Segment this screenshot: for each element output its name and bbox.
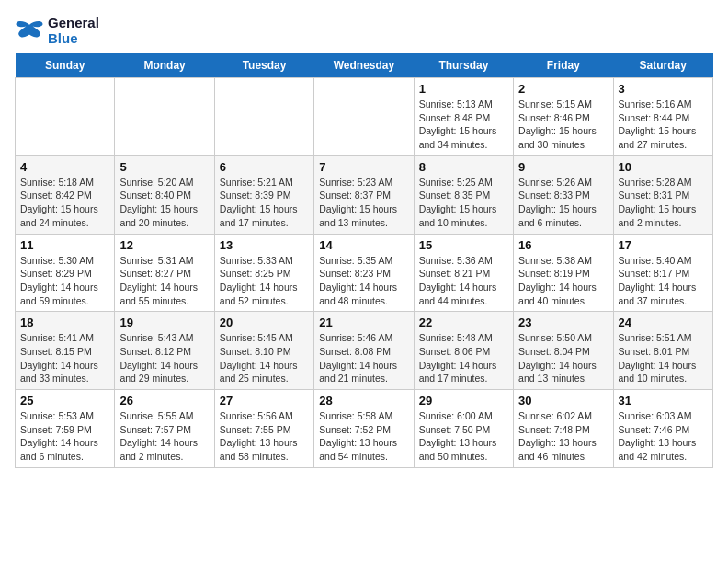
cell-date-number: 24 xyxy=(619,316,708,329)
cell-date-number: 4 xyxy=(20,160,109,174)
calendar-cell: 29Sunrise: 6:00 AMSunset: 7:50 PMDayligh… xyxy=(414,390,513,468)
calendar-cell: 13Sunrise: 5:33 AMSunset: 8:25 PMDayligh… xyxy=(214,234,313,312)
calendar-cell xyxy=(214,78,313,156)
cell-date-number: 12 xyxy=(119,238,209,252)
calendar-week-4: 18Sunrise: 5:41 AMSunset: 8:15 PMDayligh… xyxy=(16,312,713,390)
cell-daylight-info: Sunrise: 5:16 AMSunset: 8:44 PMDaylight:… xyxy=(619,98,708,152)
cell-date-number: 29 xyxy=(419,394,508,408)
day-header-sunday: Sunday xyxy=(16,53,115,78)
calendar-cell xyxy=(314,78,414,156)
calendar-cell: 5Sunrise: 5:20 AMSunset: 8:40 PMDaylight… xyxy=(115,155,214,234)
cell-daylight-info: Sunrise: 6:00 AMSunset: 7:50 PMDaylight:… xyxy=(419,409,508,464)
calendar-table: SundayMondayTuesdayWednesdayThursdayFrid… xyxy=(15,53,713,468)
calendar-cell: 28Sunrise: 5:58 AMSunset: 7:52 PMDayligh… xyxy=(314,390,414,468)
cell-daylight-info: Sunrise: 5:53 AMSunset: 7:59 PMDaylight:… xyxy=(20,409,109,464)
calendar-cell: 12Sunrise: 5:31 AMSunset: 8:27 PMDayligh… xyxy=(115,234,214,312)
cell-daylight-info: Sunrise: 5:23 AMSunset: 8:37 PMDaylight:… xyxy=(319,176,408,230)
cell-date-number: 30 xyxy=(518,394,608,408)
calendar-cell: 17Sunrise: 5:40 AMSunset: 8:17 PMDayligh… xyxy=(613,234,712,312)
cell-daylight-info: Sunrise: 6:03 AMSunset: 7:46 PMDaylight:… xyxy=(619,409,708,464)
calendar-cell: 26Sunrise: 5:55 AMSunset: 7:57 PMDayligh… xyxy=(115,390,214,468)
cell-date-number: 9 xyxy=(518,160,608,174)
cell-date-number: 22 xyxy=(419,316,508,329)
calendar-cell: 4Sunrise: 5:18 AMSunset: 8:42 PMDaylight… xyxy=(16,155,115,234)
cell-daylight-info: Sunrise: 5:13 AMSunset: 8:48 PMDaylight:… xyxy=(419,98,508,152)
cell-date-number: 21 xyxy=(319,316,408,329)
cell-date-number: 3 xyxy=(619,82,708,96)
cell-daylight-info: Sunrise: 5:51 AMSunset: 8:01 PMDaylight:… xyxy=(619,331,708,385)
calendar-cell: 9Sunrise: 5:26 AMSunset: 8:33 PMDaylight… xyxy=(514,155,613,234)
calendar-cell: 23Sunrise: 5:50 AMSunset: 8:04 PMDayligh… xyxy=(514,312,613,390)
cell-daylight-info: Sunrise: 5:28 AMSunset: 8:31 PMDaylight:… xyxy=(619,176,708,230)
cell-date-number: 28 xyxy=(319,394,408,408)
calendar-cell: 11Sunrise: 5:30 AMSunset: 8:29 PMDayligh… xyxy=(16,234,115,312)
cell-daylight-info: Sunrise: 5:50 AMSunset: 8:04 PMDaylight:… xyxy=(518,331,608,385)
calendar-cell: 31Sunrise: 6:03 AMSunset: 7:46 PMDayligh… xyxy=(613,390,712,468)
calendar-cell xyxy=(115,78,214,156)
calendar-cell: 20Sunrise: 5:45 AMSunset: 8:10 PMDayligh… xyxy=(214,312,313,390)
cell-date-number: 14 xyxy=(319,238,408,252)
page-header: General Blue xyxy=(15,15,713,46)
day-header-tuesday: Tuesday xyxy=(214,53,313,78)
calendar-cell: 18Sunrise: 5:41 AMSunset: 8:15 PMDayligh… xyxy=(16,312,115,390)
cell-date-number: 8 xyxy=(419,160,508,174)
day-header-monday: Monday xyxy=(115,53,214,78)
day-header-wednesday: Wednesday xyxy=(314,53,414,78)
cell-daylight-info: Sunrise: 5:25 AMSunset: 8:35 PMDaylight:… xyxy=(419,176,508,230)
calendar-cell: 1Sunrise: 5:13 AMSunset: 8:48 PMDaylight… xyxy=(414,78,513,156)
cell-daylight-info: Sunrise: 5:40 AMSunset: 8:17 PMDaylight:… xyxy=(619,254,708,308)
cell-date-number: 10 xyxy=(619,160,708,174)
cell-date-number: 11 xyxy=(20,238,109,252)
cell-daylight-info: Sunrise: 5:26 AMSunset: 8:33 PMDaylight:… xyxy=(518,176,608,230)
calendar-cell: 15Sunrise: 5:36 AMSunset: 8:21 PMDayligh… xyxy=(414,234,513,312)
cell-daylight-info: Sunrise: 5:38 AMSunset: 8:19 PMDaylight:… xyxy=(518,254,608,308)
cell-daylight-info: Sunrise: 5:46 AMSunset: 8:08 PMDaylight:… xyxy=(319,331,408,385)
cell-daylight-info: Sunrise: 5:31 AMSunset: 8:27 PMDaylight:… xyxy=(119,254,209,308)
cell-daylight-info: Sunrise: 5:43 AMSunset: 8:12 PMDaylight:… xyxy=(119,331,209,385)
calendar-cell: 6Sunrise: 5:21 AMSunset: 8:39 PMDaylight… xyxy=(214,155,313,234)
logo-text: General Blue xyxy=(48,15,99,46)
cell-date-number: 19 xyxy=(119,316,209,329)
cell-daylight-info: Sunrise: 5:30 AMSunset: 8:29 PMDaylight:… xyxy=(20,254,109,308)
cell-daylight-info: Sunrise: 5:48 AMSunset: 8:06 PMDaylight:… xyxy=(419,331,508,385)
calendar-cell: 21Sunrise: 5:46 AMSunset: 8:08 PMDayligh… xyxy=(314,312,414,390)
calendar-cell: 3Sunrise: 5:16 AMSunset: 8:44 PMDaylight… xyxy=(613,78,712,156)
cell-daylight-info: Sunrise: 5:55 AMSunset: 7:57 PMDaylight:… xyxy=(119,409,209,464)
cell-date-number: 27 xyxy=(220,394,309,408)
cell-daylight-info: Sunrise: 5:56 AMSunset: 7:55 PMDaylight:… xyxy=(220,409,309,464)
cell-date-number: 31 xyxy=(619,394,708,408)
cell-date-number: 18 xyxy=(20,316,109,329)
calendar-header-row: SundayMondayTuesdayWednesdayThursdayFrid… xyxy=(16,53,713,78)
calendar-cell: 27Sunrise: 5:56 AMSunset: 7:55 PMDayligh… xyxy=(214,390,313,468)
cell-date-number: 23 xyxy=(518,316,608,329)
logo: General Blue xyxy=(15,15,99,46)
cell-daylight-info: Sunrise: 5:35 AMSunset: 8:23 PMDaylight:… xyxy=(319,254,408,308)
cell-daylight-info: Sunrise: 5:15 AMSunset: 8:46 PMDaylight:… xyxy=(518,98,608,152)
cell-date-number: 6 xyxy=(220,160,309,174)
calendar-cell: 8Sunrise: 5:25 AMSunset: 8:35 PMDaylight… xyxy=(414,155,513,234)
day-header-friday: Friday xyxy=(514,53,613,78)
cell-date-number: 1 xyxy=(419,82,508,96)
cell-daylight-info: Sunrise: 5:58 AMSunset: 7:52 PMDaylight:… xyxy=(319,409,408,464)
cell-date-number: 5 xyxy=(119,160,209,174)
cell-date-number: 20 xyxy=(220,316,309,329)
cell-daylight-info: Sunrise: 5:41 AMSunset: 8:15 PMDaylight:… xyxy=(20,331,109,385)
logo-icon xyxy=(15,17,44,43)
calendar-cell: 19Sunrise: 5:43 AMSunset: 8:12 PMDayligh… xyxy=(115,312,214,390)
calendar-cell: 22Sunrise: 5:48 AMSunset: 8:06 PMDayligh… xyxy=(414,312,513,390)
cell-daylight-info: Sunrise: 5:21 AMSunset: 8:39 PMDaylight:… xyxy=(220,176,309,230)
calendar-cell xyxy=(16,78,115,156)
cell-date-number: 16 xyxy=(518,238,608,252)
day-header-thursday: Thursday xyxy=(414,53,513,78)
cell-date-number: 7 xyxy=(319,160,408,174)
cell-date-number: 25 xyxy=(20,394,109,408)
cell-date-number: 15 xyxy=(419,238,508,252)
cell-daylight-info: Sunrise: 5:33 AMSunset: 8:25 PMDaylight:… xyxy=(220,254,309,308)
calendar-week-2: 4Sunrise: 5:18 AMSunset: 8:42 PMDaylight… xyxy=(16,155,713,234)
day-header-saturday: Saturday xyxy=(613,53,712,78)
cell-daylight-info: Sunrise: 6:02 AMSunset: 7:48 PMDaylight:… xyxy=(518,409,608,464)
cell-daylight-info: Sunrise: 5:36 AMSunset: 8:21 PMDaylight:… xyxy=(419,254,508,308)
cell-daylight-info: Sunrise: 5:45 AMSunset: 8:10 PMDaylight:… xyxy=(220,331,309,385)
cell-date-number: 17 xyxy=(619,238,708,252)
calendar-cell: 16Sunrise: 5:38 AMSunset: 8:19 PMDayligh… xyxy=(514,234,613,312)
